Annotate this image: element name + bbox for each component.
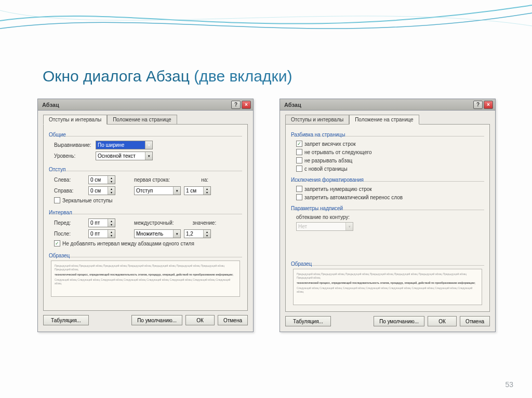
widow-label: запрет висячих строк: [304, 141, 356, 147]
spinner-icon[interactable]: ▴▾: [108, 219, 115, 227]
suppress-hyphen-checkbox[interactable]: [296, 194, 302, 200]
help-icon[interactable]: ?: [473, 101, 483, 109]
level-label: Уровень:: [54, 153, 92, 159]
preview-box: Предыдущий абзац Предыдущий абзац Предыд…: [51, 260, 240, 297]
pagebreak-label: с новой страницы: [304, 166, 348, 172]
close-icon[interactable]: ×: [484, 101, 493, 109]
chevron-down-icon[interactable]: ▾: [345, 223, 353, 230]
cancel-button[interactable]: Отмена: [460, 316, 490, 326]
group-indent-label: Отступ: [49, 167, 242, 172]
indent-left-label: Слева:: [54, 177, 85, 183]
dialog-title: Абзац: [282, 102, 472, 108]
chevron-down-icon[interactable]: ▾: [173, 230, 180, 238]
spinner-icon[interactable]: ▴▾: [203, 187, 210, 195]
cancel-button[interactable]: Отмена: [218, 315, 248, 325]
tabs-button[interactable]: Табуляция...: [285, 316, 331, 326]
firstline-combo[interactable]: Отступ ▾: [134, 186, 181, 195]
firstline-label: первая строка:: [134, 177, 170, 183]
after-spin[interactable]: 0 пт ▴▾: [88, 229, 115, 238]
tab-pageflow[interactable]: Положение на странице: [349, 115, 419, 125]
group-exceptions-label: Исключения форматирования: [291, 177, 484, 183]
close-icon[interactable]: ×: [242, 101, 251, 109]
dialog-title: Абзац: [40, 102, 230, 108]
spinner-icon[interactable]: ▴▾: [108, 187, 115, 195]
suppress-linenum-checkbox[interactable]: [296, 186, 302, 192]
wrap-label: обтекание по контуру:: [296, 214, 358, 220]
indent-left-spin[interactable]: 0 см ▴▾: [88, 175, 115, 184]
spinner-icon[interactable]: ▴▾: [108, 176, 115, 184]
indent-right-label: Справа:: [54, 188, 85, 194]
before-label: Перед:: [54, 220, 85, 226]
titlebar[interactable]: Абзац ? ×: [38, 99, 253, 111]
linespace-at-label: значение:: [193, 220, 217, 226]
tab-indents[interactable]: Отступы и интервалы: [43, 115, 107, 125]
dialog-paragraph-indents: Абзац ? × Отступы и интервалы Положение …: [37, 99, 254, 332]
keeplines-checkbox[interactable]: [296, 157, 302, 163]
linespace-at-spin[interactable]: 1,2 ▴▾: [184, 229, 211, 238]
group-textbox-label: Параметры надписей: [291, 205, 484, 211]
ok-button[interactable]: ОК: [185, 315, 215, 325]
ok-button[interactable]: ОК: [428, 316, 457, 326]
alignment-label: Выравнивание:: [54, 142, 92, 148]
spinner-icon[interactable]: ▴▾: [108, 230, 115, 238]
mirror-indents-checkbox[interactable]: [54, 197, 60, 203]
mirror-indents-label: Зеркальные отступы: [62, 198, 113, 203]
group-spacing-label: Интервал: [49, 210, 242, 215]
nospace-same-checkbox[interactable]: ✓: [54, 240, 60, 246]
before-spin[interactable]: 0 пт ▴▾: [88, 218, 115, 227]
title-main: Окно диалога Абзац: [43, 67, 190, 85]
group-pagination-label: Разбивка на страницы: [291, 132, 484, 138]
level-combo[interactable]: Основной текст ▾: [96, 152, 153, 160]
group-preview-label: Образец: [49, 253, 242, 258]
preview-box: Предыдущий абзац Предыдущий абзац Предыд…: [293, 269, 482, 305]
title-paren: (две вкладки): [190, 67, 292, 85]
alignment-combo[interactable]: По ширине ▾: [96, 141, 153, 149]
pagebreak-checkbox[interactable]: [296, 166, 302, 172]
after-label: После:: [54, 231, 85, 237]
tabs-button[interactable]: Табуляция...: [43, 315, 89, 325]
group-preview-label: Образец: [291, 261, 484, 267]
chevron-down-icon[interactable]: ▾: [145, 141, 152, 149]
keepnext-checkbox[interactable]: [296, 149, 302, 155]
slide-title: Окно диалога Абзац (две вкладки): [43, 67, 292, 85]
chevron-down-icon[interactable]: ▾: [173, 187, 180, 195]
page-number: 53: [505, 380, 513, 389]
chevron-down-icon[interactable]: ▾: [145, 152, 152, 160]
keepnext-label: не отрывать от следующего: [304, 149, 372, 155]
decorative-swoosh: [0, 0, 532, 52]
suppress-linenum-label: запретить нумерацию строк: [304, 186, 372, 192]
widow-checkbox[interactable]: ✓: [296, 141, 302, 147]
tab-indents[interactable]: Отступы и интервалы: [285, 115, 349, 125]
keeplines-label: не разрывать абзац: [304, 158, 352, 163]
nospace-same-label: Не добавлять интервал между абзацами одн…: [62, 241, 194, 246]
default-button[interactable]: По умолчанию...: [131, 315, 182, 325]
default-button[interactable]: По умолчанию...: [374, 316, 424, 326]
suppress-hyphen-label: запретить автоматический перенос слов: [304, 195, 403, 200]
indent-right-spin[interactable]: 0 см ▴▾: [88, 186, 115, 195]
by-label: на:: [201, 177, 208, 183]
spinner-icon[interactable]: ▴▾: [203, 230, 210, 238]
linespace-combo[interactable]: Множитель ▾: [134, 229, 181, 238]
firstline-by-spin[interactable]: 1 см ▴▾: [184, 186, 211, 195]
wrap-combo[interactable]: Нет ▾: [296, 222, 353, 231]
linespace-label: междустрочный:: [134, 220, 174, 226]
tab-pageflow[interactable]: Положение на странице: [107, 115, 177, 125]
titlebar[interactable]: Абзац ? ×: [280, 99, 495, 111]
dialog-paragraph-pagination: Абзац ? × Отступы и интервалы Положение …: [280, 99, 496, 332]
help-icon[interactable]: ?: [231, 101, 241, 109]
group-general-label: Общие: [49, 132, 242, 138]
